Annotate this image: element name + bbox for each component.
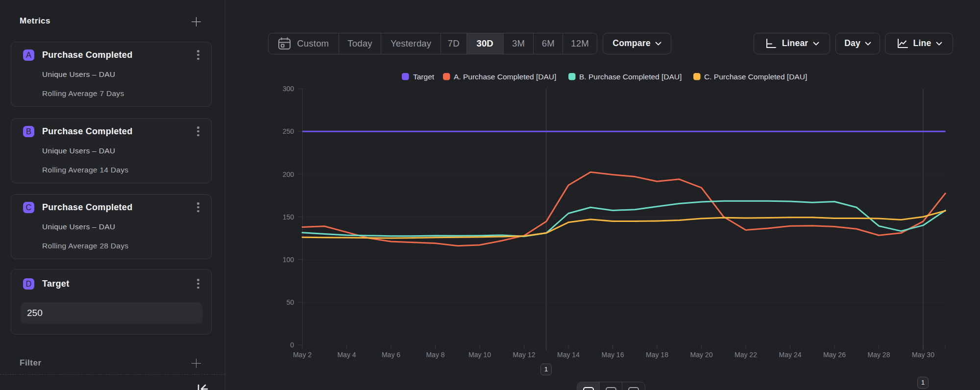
svg-text:Target: Target <box>413 73 435 81</box>
svg-text:May 20: May 20 <box>690 351 713 359</box>
svg-text:B. Purchase Completed [DAU]: B. Purchase Completed [DAU] <box>579 73 682 81</box>
svg-text:May 28: May 28 <box>868 351 890 359</box>
svg-text:May 10: May 10 <box>468 351 491 359</box>
svg-text:May 16: May 16 <box>602 351 624 359</box>
svg-text:May 6: May 6 <box>382 351 400 359</box>
svg-text:May 22: May 22 <box>735 351 757 359</box>
svg-text:C. Purchase Completed [DAU]: C. Purchase Completed [DAU] <box>704 73 807 81</box>
svg-text:200: 200 <box>283 171 294 178</box>
svg-text:50: 50 <box>286 298 294 306</box>
svg-text:May 14: May 14 <box>557 351 580 359</box>
svg-text:0: 0 <box>290 341 294 349</box>
svg-text:May 2: May 2 <box>293 351 312 359</box>
svg-text:May 30: May 30 <box>912 351 934 359</box>
svg-text:300: 300 <box>283 85 294 93</box>
svg-text:150: 150 <box>283 213 294 221</box>
svg-text:May 8: May 8 <box>426 351 444 359</box>
svg-text:May 4: May 4 <box>337 351 356 359</box>
svg-text:250: 250 <box>283 127 294 135</box>
svg-text:May 18: May 18 <box>646 351 668 359</box>
svg-text:A. Purchase Completed [DAU]: A. Purchase Completed [DAU] <box>454 73 556 81</box>
svg-text:May 24: May 24 <box>779 351 802 359</box>
svg-text:May 26: May 26 <box>823 351 846 359</box>
svg-text:May 12: May 12 <box>513 351 536 359</box>
svg-text:100: 100 <box>283 256 294 264</box>
